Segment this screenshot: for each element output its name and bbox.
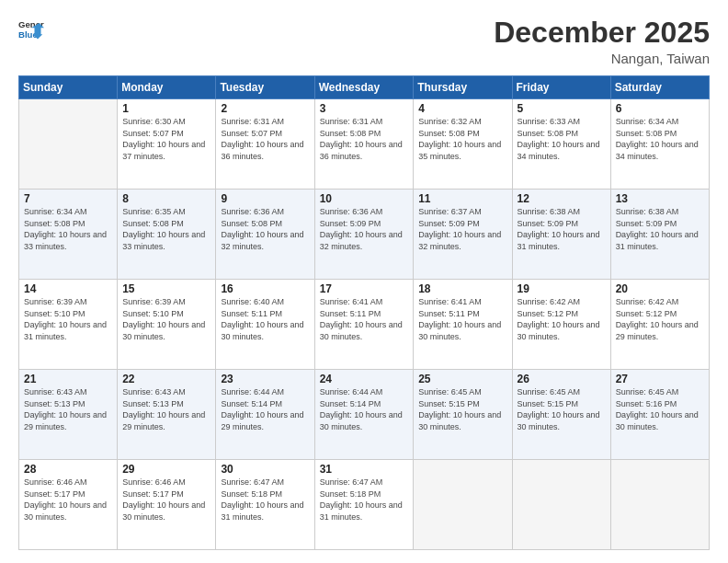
day-number: 18 [418, 282, 506, 295]
table-row: 16Sunrise: 6:40 AMSunset: 5:11 PMDayligh… [216, 280, 314, 370]
table-row: 28Sunrise: 6:46 AMSunset: 5:17 PMDayligh… [19, 460, 118, 550]
day-info: Sunrise: 6:45 AMSunset: 5:15 PMDaylight:… [418, 386, 506, 432]
day-number: 23 [221, 373, 309, 385]
day-number: 26 [518, 373, 606, 385]
day-info: Sunrise: 6:46 AMSunset: 5:17 PMDaylight:… [24, 477, 112, 523]
day-number: 5 [518, 102, 606, 115]
title-block: December 2025 Nangan, Taiwan [494, 17, 710, 66]
table-row: 30Sunrise: 6:47 AMSunset: 5:18 PMDayligh… [216, 460, 314, 550]
day-info: Sunrise: 6:37 AMSunset: 5:09 PMDaylight:… [418, 206, 506, 252]
day-info: Sunrise: 6:30 AMSunset: 5:07 PMDaylight:… [122, 116, 210, 162]
day-number: 19 [518, 282, 606, 295]
day-info: Sunrise: 6:31 AMSunset: 5:07 PMDaylight:… [221, 116, 309, 162]
table-row [610, 460, 709, 550]
day-number: 10 [320, 192, 409, 205]
table-row: 3Sunrise: 6:31 AMSunset: 5:08 PMDaylight… [314, 99, 414, 190]
col-friday: Friday [512, 76, 610, 99]
day-number: 31 [320, 463, 409, 476]
table-row: 25Sunrise: 6:45 AMSunset: 5:15 PMDayligh… [414, 370, 512, 460]
day-info: Sunrise: 6:44 AMSunset: 5:14 PMDaylight:… [320, 386, 409, 432]
day-info: Sunrise: 6:45 AMSunset: 5:15 PMDaylight:… [518, 386, 606, 432]
day-number: 22 [122, 373, 210, 385]
col-thursday: Thursday [414, 76, 512, 99]
calendar-table: Sunday Monday Tuesday Wednesday Thursday… [18, 75, 710, 550]
day-info: Sunrise: 6:35 AMSunset: 5:08 PMDaylight:… [122, 206, 210, 252]
day-number: 6 [616, 102, 704, 115]
day-number: 30 [221, 463, 309, 476]
day-info: Sunrise: 6:36 AMSunset: 5:08 PMDaylight:… [221, 206, 309, 252]
day-info: Sunrise: 6:42 AMSunset: 5:12 PMDaylight:… [518, 296, 606, 342]
day-number: 13 [616, 192, 704, 205]
table-row: 6Sunrise: 6:34 AMSunset: 5:08 PMDaylight… [610, 99, 709, 190]
table-row: 14Sunrise: 6:39 AMSunset: 5:10 PMDayligh… [19, 280, 118, 370]
day-info: Sunrise: 6:41 AMSunset: 5:11 PMDaylight:… [418, 296, 506, 342]
table-row: 5Sunrise: 6:33 AMSunset: 5:08 PMDaylight… [512, 99, 610, 190]
table-row: 7Sunrise: 6:34 AMSunset: 5:08 PMDaylight… [19, 190, 118, 280]
day-number: 27 [616, 373, 704, 385]
day-number: 17 [320, 282, 409, 295]
table-row: 15Sunrise: 6:39 AMSunset: 5:10 PMDayligh… [118, 280, 216, 370]
day-number: 21 [24, 373, 112, 385]
table-row: 10Sunrise: 6:36 AMSunset: 5:09 PMDayligh… [314, 190, 414, 280]
month-title: December 2025 [494, 17, 710, 49]
table-row: 20Sunrise: 6:42 AMSunset: 5:12 PMDayligh… [610, 280, 709, 370]
day-info: Sunrise: 6:41 AMSunset: 5:11 PMDaylight:… [320, 296, 409, 342]
table-row: 12Sunrise: 6:38 AMSunset: 5:09 PMDayligh… [512, 190, 610, 280]
day-number: 29 [122, 463, 210, 476]
day-info: Sunrise: 6:38 AMSunset: 5:09 PMDaylight:… [518, 206, 606, 252]
day-number: 11 [418, 192, 506, 205]
table-row: 31Sunrise: 6:47 AMSunset: 5:18 PMDayligh… [314, 460, 414, 550]
day-number: 28 [24, 463, 112, 476]
day-number: 15 [122, 282, 210, 295]
col-monday: Monday [118, 76, 216, 99]
table-row: 27Sunrise: 6:45 AMSunset: 5:16 PMDayligh… [610, 370, 709, 460]
day-number: 9 [221, 192, 309, 205]
table-row: 22Sunrise: 6:43 AMSunset: 5:13 PMDayligh… [118, 370, 216, 460]
day-number: 3 [320, 102, 409, 115]
col-wednesday: Wednesday [314, 76, 414, 99]
day-number: 4 [418, 102, 506, 115]
logo: General Blue [18, 17, 44, 42]
day-number: 14 [24, 282, 112, 295]
day-info: Sunrise: 6:34 AMSunset: 5:08 PMDaylight:… [24, 206, 112, 252]
table-row: 4Sunrise: 6:32 AMSunset: 5:08 PMDaylight… [414, 99, 512, 190]
table-row: 1Sunrise: 6:30 AMSunset: 5:07 PMDaylight… [118, 99, 216, 190]
table-row: 8Sunrise: 6:35 AMSunset: 5:08 PMDaylight… [118, 190, 216, 280]
col-saturday: Saturday [610, 76, 709, 99]
day-number: 25 [418, 373, 506, 385]
day-info: Sunrise: 6:43 AMSunset: 5:13 PMDaylight:… [122, 386, 210, 432]
calendar-week-row: 7Sunrise: 6:34 AMSunset: 5:08 PMDaylight… [19, 190, 710, 280]
calendar-week-row: 1Sunrise: 6:30 AMSunset: 5:07 PMDaylight… [19, 99, 710, 190]
table-row [414, 460, 512, 550]
day-number: 20 [616, 282, 704, 295]
day-number: 8 [122, 192, 210, 205]
day-info: Sunrise: 6:39 AMSunset: 5:10 PMDaylight:… [24, 296, 112, 342]
location: Nangan, Taiwan [494, 51, 710, 66]
day-number: 12 [518, 192, 606, 205]
logo-icon: General Blue [18, 17, 44, 42]
day-info: Sunrise: 6:34 AMSunset: 5:08 PMDaylight:… [616, 116, 704, 162]
table-row [512, 460, 610, 550]
table-row: 9Sunrise: 6:36 AMSunset: 5:08 PMDaylight… [216, 190, 314, 280]
day-info: Sunrise: 6:42 AMSunset: 5:12 PMDaylight:… [616, 296, 704, 342]
day-number: 24 [320, 373, 409, 385]
day-info: Sunrise: 6:39 AMSunset: 5:10 PMDaylight:… [122, 296, 210, 342]
table-row: 17Sunrise: 6:41 AMSunset: 5:11 PMDayligh… [314, 280, 414, 370]
day-info: Sunrise: 6:45 AMSunset: 5:16 PMDaylight:… [616, 386, 704, 432]
table-row: 26Sunrise: 6:45 AMSunset: 5:15 PMDayligh… [512, 370, 610, 460]
table-row: 23Sunrise: 6:44 AMSunset: 5:14 PMDayligh… [216, 370, 314, 460]
day-info: Sunrise: 6:40 AMSunset: 5:11 PMDaylight:… [221, 296, 309, 342]
col-sunday: Sunday [19, 76, 118, 99]
day-number: 16 [221, 282, 309, 295]
day-info: Sunrise: 6:44 AMSunset: 5:14 PMDaylight:… [221, 386, 309, 432]
header: General Blue December 2025 Nangan, Taiwa… [18, 17, 710, 66]
day-info: Sunrise: 6:43 AMSunset: 5:13 PMDaylight:… [24, 386, 112, 432]
day-info: Sunrise: 6:38 AMSunset: 5:09 PMDaylight:… [616, 206, 704, 252]
calendar-week-row: 21Sunrise: 6:43 AMSunset: 5:13 PMDayligh… [19, 370, 710, 460]
day-number: 7 [24, 192, 112, 205]
page: General Blue December 2025 Nangan, Taiwa… [0, 0, 728, 563]
day-info: Sunrise: 6:46 AMSunset: 5:17 PMDaylight:… [122, 477, 210, 523]
calendar-header-row: Sunday Monday Tuesday Wednesday Thursday… [19, 76, 710, 99]
table-row: 13Sunrise: 6:38 AMSunset: 5:09 PMDayligh… [610, 190, 709, 280]
table-row: 24Sunrise: 6:44 AMSunset: 5:14 PMDayligh… [314, 370, 414, 460]
